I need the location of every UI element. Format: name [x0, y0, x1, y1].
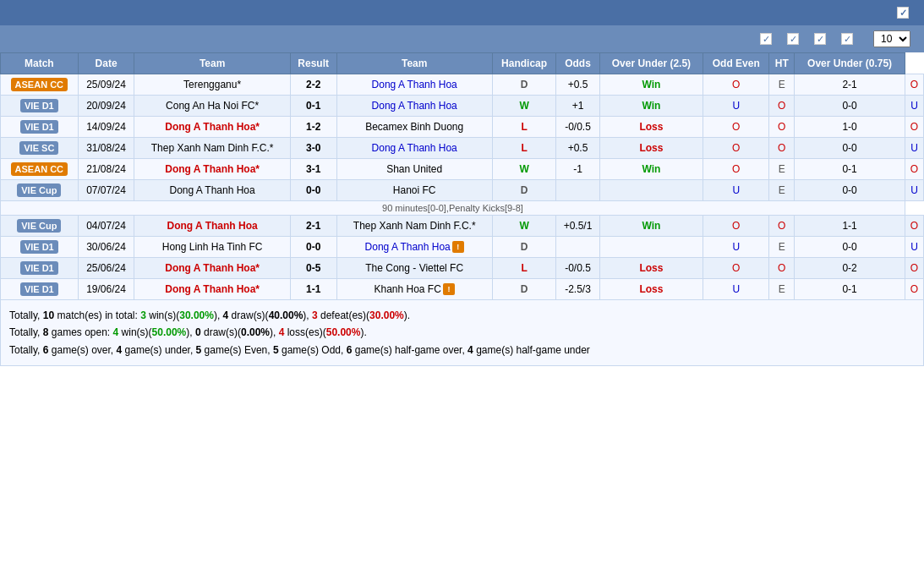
cell-badge: ASEAN CC	[1, 159, 79, 180]
cell-odds: Win	[599, 96, 703, 117]
col-match: Match	[1, 53, 79, 74]
cell-team2: Hanoi FC	[336, 180, 492, 201]
table-body: ASEAN CC 25/09/24 Terengganu* 2-2 Dong A…	[1, 74, 924, 300]
cell-score: 0-0	[290, 180, 336, 201]
cell-odds: Loss	[599, 138, 703, 159]
cell-ht: 2-1	[795, 74, 905, 96]
cell-badge: ASEAN CC	[1, 74, 79, 96]
cell-date: 20/09/24	[78, 96, 134, 117]
cell-date: 31/08/24	[78, 138, 134, 159]
vied1-checkbox[interactable]: ✓	[760, 33, 772, 45]
cell-team2: Becamex Binh Duong	[336, 117, 492, 138]
cell-score: 1-2	[290, 117, 336, 138]
cell-team2: Dong A Thanh Hoa	[336, 138, 492, 159]
cell-wdl: D	[492, 279, 556, 300]
cell-ou075: O	[905, 279, 923, 300]
summary-area: Totally, 10 match(es) in total: 3 win(s)…	[0, 300, 924, 366]
cell-handicap: +1	[556, 96, 599, 117]
cell-oe: E	[769, 279, 795, 300]
viecup-checkbox[interactable]: ✓	[787, 33, 799, 45]
filter-viesc[interactable]: ✓	[814, 33, 829, 45]
cell-ou075: O	[905, 258, 923, 279]
cell-ou075: O	[905, 117, 923, 138]
cell-team1: Dong A Thanh Hoa*	[134, 117, 290, 138]
cell-badge: VIE D1	[1, 279, 79, 300]
cell-date: 25/09/24	[78, 74, 134, 96]
cell-date: 21/08/24	[78, 159, 134, 180]
cell-score: 3-0	[290, 138, 336, 159]
cell-wdl: D	[492, 237, 556, 258]
cell-score: 0-5	[290, 258, 336, 279]
cell-date: 19/06/24	[78, 279, 134, 300]
viesc-checkbox[interactable]: ✓	[814, 33, 826, 45]
table-row: VIE D1 14/09/24 Dong A Thanh Hoa* 1-2 Be…	[1, 117, 924, 138]
cell-score: 2-1	[290, 216, 336, 237]
cell-ou25: O	[703, 138, 769, 159]
penalty-note-row: 90 minutes[0-0],Penalty Kicks[9-8]	[1, 201, 924, 216]
filter-aseancc[interactable]: ✓	[841, 33, 856, 45]
cell-team1: Dong A Thanh Hoa	[134, 180, 290, 201]
cell-odds: Win	[599, 74, 703, 96]
filter-viecup[interactable]: ✓	[787, 33, 802, 45]
cell-score: 3-1	[290, 159, 336, 180]
cell-oe: E	[769, 237, 795, 258]
col-handicap: Handicap	[492, 53, 556, 74]
table-header-row: Match Date Team Result Team Handicap Odd…	[1, 53, 924, 74]
last-games-select[interactable]: 10 5 15 20	[873, 30, 910, 47]
cell-ou25: O	[703, 117, 769, 138]
cell-ou075: U	[905, 96, 923, 117]
cell-ou075: U	[905, 180, 923, 201]
cell-ht: 0-0	[795, 237, 905, 258]
display-notes-checkbox[interactable]: ✓	[897, 7, 909, 19]
cell-odds: Loss	[599, 258, 703, 279]
cell-badge: VIE Cup	[1, 180, 79, 201]
cell-odds	[599, 180, 703, 201]
cell-odds: Win	[599, 159, 703, 180]
cell-ou25: O	[703, 216, 769, 237]
cell-date: 25/06/24	[78, 258, 134, 279]
table-row: VIE Cup 07/07/24 Dong A Thanh Hoa 0-0 Ha…	[1, 180, 924, 201]
summary-line: Totally, 10 match(es) in total: 3 win(s)…	[9, 307, 915, 324]
col-date: Date	[78, 53, 134, 74]
aseancc-checkbox[interactable]: ✓	[841, 33, 853, 45]
cell-wdl: L	[492, 138, 556, 159]
cell-handicap: +0.5/1	[556, 216, 599, 237]
col-odds: Odds	[556, 53, 599, 74]
cell-handicap: -2.5/3	[556, 279, 599, 300]
cell-wdl: D	[492, 180, 556, 201]
cell-wdl: W	[492, 96, 556, 117]
cell-ht: 0-1	[795, 279, 905, 300]
table-row: ASEAN CC 21/08/24 Dong A Thanh Hoa* 3-1 …	[1, 159, 924, 180]
cell-ht: 0-0	[795, 138, 905, 159]
last-games-selector: 10 5 15 20	[868, 30, 916, 47]
cell-team1: Dong A Thanh Hoa	[134, 216, 290, 237]
cell-handicap: -0/0.5	[556, 117, 599, 138]
cell-wdl: D	[492, 74, 556, 96]
cell-odds: Loss	[599, 279, 703, 300]
cell-ou25: O	[703, 258, 769, 279]
col-ou075: Over Under (0.75)	[795, 53, 905, 74]
cell-team1: Terengganu*	[134, 74, 290, 96]
cell-oe: O	[769, 96, 795, 117]
cell-team2: Shan United	[336, 159, 492, 180]
cell-ou25: U	[703, 180, 769, 201]
cell-team1: Dong A Thanh Hoa*	[134, 159, 290, 180]
cell-wdl: L	[492, 258, 556, 279]
cell-oe: O	[769, 258, 795, 279]
col-team1: Team	[134, 53, 290, 74]
title-bar: ✓	[0, 0, 924, 25]
cell-ou25: U	[703, 279, 769, 300]
cell-team2: Dong A Thanh Hoa!	[336, 237, 492, 258]
cell-ht: 1-1	[795, 216, 905, 237]
display-notes-area: ✓	[897, 7, 914, 19]
cell-team2: Thep Xanh Nam Dinh F.C.*	[336, 216, 492, 237]
cell-team2: Khanh Hoa FC!	[336, 279, 492, 300]
cell-handicap: -1	[556, 159, 599, 180]
cell-ht: 0-0	[795, 96, 905, 117]
cell-ou075: U	[905, 237, 923, 258]
cell-badge: VIE D1	[1, 117, 79, 138]
col-result: Result	[290, 53, 336, 74]
cell-team2: The Cong - Viettel FC	[336, 258, 492, 279]
table-row: VIE D1 30/06/24 Hong Linh Ha Tinh FC 0-0…	[1, 237, 924, 258]
filter-vied1[interactable]: ✓	[760, 33, 775, 45]
